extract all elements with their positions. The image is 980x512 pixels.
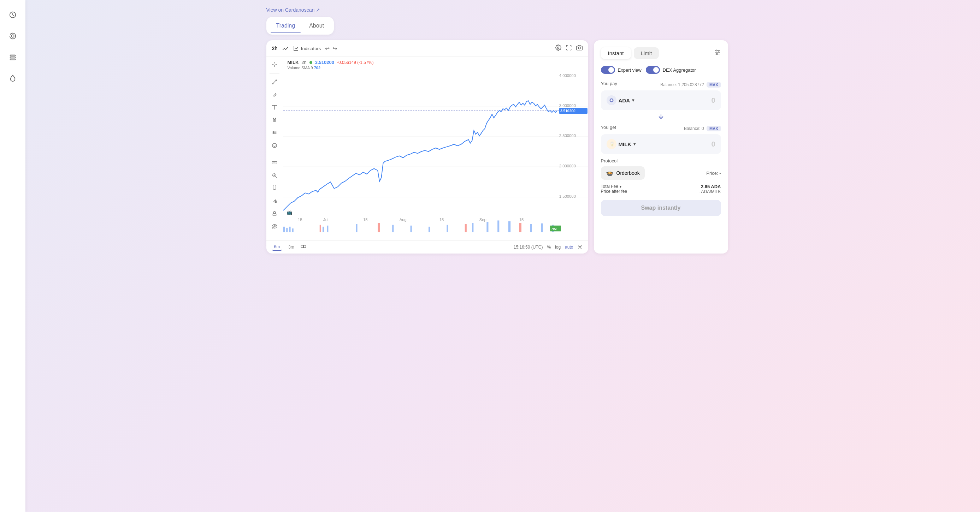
undo-btn[interactable]: ↩: [325, 45, 329, 52]
fork-tool[interactable]: [270, 115, 280, 125]
eye-tool[interactable]: [270, 221, 280, 231]
get-token-chevron: ▾: [633, 142, 636, 147]
toggle-row: Expert view DEX Aggregator: [601, 66, 721, 74]
magnet-tool[interactable]: [270, 183, 280, 193]
ada-icon: [606, 95, 616, 105]
expert-view-switch[interactable]: [601, 66, 615, 74]
expert-view-toggle[interactable]: Expert view: [601, 66, 641, 74]
svg-rect-40: [273, 213, 276, 216]
ruler-tool[interactable]: [270, 158, 280, 168]
chart-timestamp: 15:16:50 (UTC): [514, 245, 543, 250]
svg-text:📺: 📺: [287, 210, 293, 216]
compare-btn[interactable]: [301, 244, 306, 251]
scale-percent[interactable]: %: [547, 245, 551, 250]
svg-line-16: [275, 93, 276, 94]
svg-rect-69: [327, 226, 328, 232]
text-tool[interactable]: [270, 102, 280, 112]
line-tool[interactable]: [270, 77, 280, 87]
smile-tool[interactable]: [270, 141, 280, 151]
svg-rect-77: [472, 223, 473, 232]
chart-svg: 4.000000 3.000000 2.500000 2.000000 1.50…: [283, 57, 588, 241]
crosshair-tool[interactable]: [270, 60, 280, 70]
chart-type-icon[interactable]: [282, 45, 289, 52]
timeframe-3m[interactable]: 3m: [286, 244, 296, 250]
svg-rect-5: [10, 59, 16, 60]
tab-trading[interactable]: Trading: [270, 20, 301, 32]
indicators-label: Indicators: [301, 46, 321, 51]
protocol-selector: 🍲 Orderbook Price: -: [601, 166, 721, 180]
settings-btn[interactable]: [555, 44, 562, 52]
svg-rect-79: [498, 220, 499, 232]
svg-point-25: [272, 143, 277, 147]
protocol-label: Protocol: [601, 158, 721, 163]
sidebar: [0, 0, 25, 512]
pay-max-btn[interactable]: MAX: [706, 82, 721, 87]
svg-text:Sep: Sep: [479, 217, 486, 222]
svg-rect-88: [301, 246, 304, 248]
tool-divider-1: [270, 73, 280, 73]
fullscreen-btn[interactable]: [566, 44, 572, 52]
volume-label: Volume: [288, 66, 301, 70]
svg-text:1.500000: 1.500000: [559, 194, 576, 198]
pay-amount-input[interactable]: [687, 97, 715, 105]
svg-text:Aug: Aug: [399, 217, 406, 222]
get-amount-input[interactable]: [687, 140, 715, 148]
camera-btn[interactable]: [576, 44, 582, 52]
svg-rect-63: [283, 227, 285, 232]
parallel-tool[interactable]: [270, 128, 280, 138]
sidebar-icon-refresh[interactable]: [5, 28, 21, 44]
svg-text:15: 15: [363, 217, 368, 222]
sidebar-icon-clock[interactable]: [5, 7, 21, 22]
indicators-icon: [293, 46, 299, 51]
pay-token-chevron: ▾: [632, 98, 634, 103]
svg-rect-67: [319, 225, 321, 232]
chart-area[interactable]: MILK 2h 3.510200 -0.056149 (-1.57%) Volu…: [283, 57, 588, 241]
get-token-selector[interactable]: 🥛 MILK ▾: [606, 139, 636, 149]
swap-tabs: Instant Limit: [601, 47, 721, 59]
left-tools: [266, 57, 283, 241]
dex-aggregator-switch[interactable]: [646, 66, 660, 74]
zoom-tool[interactable]: [270, 171, 280, 181]
chart-symbol-row: MILK 2h 3.510200 -0.056149 (-1.57%): [288, 60, 374, 65]
svg-line-34: [275, 176, 277, 178]
svg-text:3.000000: 3.000000: [559, 103, 576, 108]
external-link-icon: ↗: [316, 7, 320, 13]
redo-btn[interactable]: ↪: [332, 45, 337, 52]
fee-amount: 2.65 ADA: [699, 184, 721, 189]
swap-tab-limit[interactable]: Limit: [634, 47, 659, 59]
swap-settings-btn[interactable]: [714, 49, 721, 57]
get-token-name: MILK: [619, 141, 632, 147]
chart-settings-btn[interactable]: [578, 244, 582, 250]
toolbar-actions: [555, 44, 582, 52]
swap-direction-btn[interactable]: [657, 113, 665, 122]
sidebar-icon-list[interactable]: [5, 49, 21, 65]
chart-price: 3.510200: [315, 60, 334, 65]
lock-tool[interactable]: [270, 209, 280, 219]
tab-about[interactable]: About: [304, 20, 329, 32]
svg-text:3.510200: 3.510200: [560, 109, 575, 113]
pay-token-selector[interactable]: ADA ▾: [606, 95, 635, 105]
scale-log[interactable]: log: [555, 245, 561, 250]
chart-timeframe[interactable]: 2h: [272, 46, 278, 51]
swap-tab-instant[interactable]: Instant: [601, 47, 631, 59]
protocol-btn[interactable]: 🍲 Orderbook: [601, 166, 645, 180]
indicators-btn[interactable]: Indicators: [293, 46, 321, 51]
pen-lock-tool[interactable]: [270, 196, 280, 206]
dex-aggregator-toggle[interactable]: DEX Aggregator: [646, 66, 696, 74]
ada-logo: [608, 97, 616, 104]
fee-left: Total Fee ▾ Price after fee: [601, 184, 627, 194]
view-on-scan-link[interactable]: View on Cardanoscan ↗: [266, 7, 320, 13]
pay-balance-label: Balance:: [660, 82, 677, 87]
swap-btn[interactable]: Swap instantly: [601, 200, 721, 216]
svg-rect-74: [428, 227, 430, 232]
scale-auto[interactable]: auto: [565, 245, 573, 250]
svg-rect-75: [447, 225, 448, 232]
top-bar: View on Cardanoscan ↗: [266, 7, 728, 17]
timeframe-6m[interactable]: 6m: [272, 244, 282, 251]
svg-rect-89: [304, 246, 306, 248]
get-max-btn[interactable]: MAX: [706, 126, 721, 132]
pen-tool[interactable]: [270, 90, 280, 100]
price-dot: [309, 61, 312, 64]
undo-redo: ↩ ↪: [325, 45, 337, 52]
sidebar-icon-drop[interactable]: [5, 71, 21, 86]
